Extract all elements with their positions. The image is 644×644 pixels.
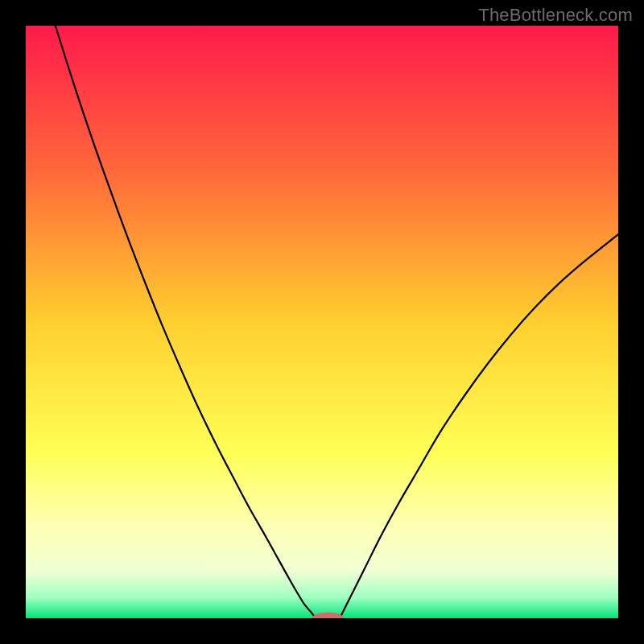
plot-svg [26,26,618,618]
gradient-background [26,26,618,618]
watermark-text: TheBottleneck.com [478,5,633,26]
chart-frame: TheBottleneck.com [0,0,644,644]
plot-area [26,26,618,618]
